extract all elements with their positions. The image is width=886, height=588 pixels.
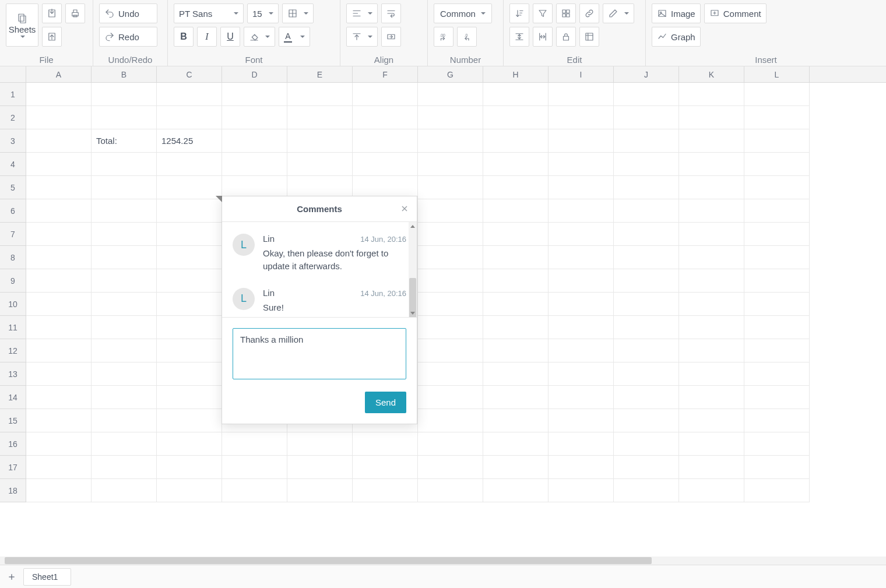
column-header[interactable]: L (744, 66, 810, 82)
cell[interactable] (26, 153, 92, 176)
cell[interactable] (353, 129, 418, 153)
column-header[interactable]: H (483, 66, 549, 82)
column-header[interactable]: J (614, 66, 679, 82)
cell[interactable] (614, 129, 679, 153)
cell[interactable] (483, 176, 549, 199)
column-header[interactable]: G (418, 66, 483, 82)
row-header[interactable]: 17 (0, 456, 26, 479)
selectall-corner[interactable] (0, 66, 26, 83)
cell[interactable] (92, 176, 157, 199)
row-header[interactable]: 6 (0, 199, 26, 223)
cell[interactable] (222, 153, 287, 176)
cell[interactable] (679, 223, 744, 246)
scroll-up-icon[interactable] (409, 222, 417, 230)
cell[interactable] (549, 456, 614, 479)
cell[interactable] (418, 269, 483, 293)
merge-button[interactable] (381, 27, 401, 47)
cell[interactable] (679, 409, 744, 432)
cell[interactable] (744, 129, 810, 153)
cell[interactable] (287, 153, 353, 176)
cell[interactable] (744, 83, 810, 106)
cell[interactable] (222, 432, 287, 456)
increase-decimal-button[interactable]: .00 (434, 27, 453, 47)
cell[interactable] (157, 409, 222, 432)
cell[interactable] (92, 293, 157, 316)
cell[interactable] (744, 223, 810, 246)
row-header[interactable]: 9 (0, 269, 26, 293)
filter-button[interactable] (533, 3, 553, 23)
cell[interactable] (614, 339, 679, 362)
cell[interactable] (418, 362, 483, 386)
horizontal-scrollbar[interactable] (0, 557, 886, 565)
cell[interactable] (744, 269, 810, 293)
cell[interactable] (418, 339, 483, 362)
row-header[interactable]: 14 (0, 386, 26, 409)
cell[interactable] (614, 246, 679, 269)
cell[interactable] (418, 293, 483, 316)
cell[interactable] (26, 432, 92, 456)
cell[interactable] (549, 83, 614, 106)
cell[interactable] (679, 479, 744, 502)
cell[interactable] (614, 432, 679, 456)
cells-area[interactable]: Total:1254.25 (26, 83, 886, 557)
cell[interactable] (157, 386, 222, 409)
cell[interactable] (549, 362, 614, 386)
cell[interactable] (26, 223, 92, 246)
cell[interactable] (353, 106, 418, 129)
row-header[interactable]: 7 (0, 223, 26, 246)
sheet-tab-1[interactable]: Sheet1 (23, 568, 71, 586)
border-button[interactable] (282, 3, 314, 23)
cell[interactable] (744, 246, 810, 269)
cell[interactable] (744, 362, 810, 386)
cell[interactable] (157, 362, 222, 386)
cell[interactable] (26, 269, 92, 293)
cell[interactable] (92, 316, 157, 339)
cell[interactable] (353, 153, 418, 176)
cell[interactable] (353, 456, 418, 479)
cell[interactable] (679, 269, 744, 293)
cell[interactable] (679, 386, 744, 409)
cell[interactable] (26, 129, 92, 153)
cell[interactable] (549, 129, 614, 153)
cell[interactable] (483, 83, 549, 106)
cell[interactable] (549, 339, 614, 362)
cell[interactable] (483, 386, 549, 409)
cell[interactable] (549, 316, 614, 339)
cell[interactable] (483, 456, 549, 479)
cell[interactable] (92, 246, 157, 269)
row-header[interactable]: 10 (0, 293, 26, 316)
cell[interactable] (549, 409, 614, 432)
cell[interactable] (744, 176, 810, 199)
cell[interactable] (287, 456, 353, 479)
redo-button[interactable]: Redo (99, 27, 157, 47)
cell[interactable] (614, 456, 679, 479)
column-header[interactable]: K (679, 66, 744, 82)
cell[interactable] (549, 246, 614, 269)
column-header[interactable]: D (222, 66, 287, 82)
font-name-select[interactable]: PT Sans (174, 3, 244, 23)
cell[interactable] (92, 223, 157, 246)
cell[interactable] (614, 223, 679, 246)
cell[interactable] (614, 479, 679, 502)
cell[interactable] (92, 386, 157, 409)
row-header[interactable]: 18 (0, 479, 26, 502)
cell[interactable] (418, 176, 483, 199)
cell[interactable] (418, 129, 483, 153)
lock-button[interactable] (556, 27, 576, 47)
cell[interactable] (549, 269, 614, 293)
cell[interactable] (92, 153, 157, 176)
cell[interactable] (92, 199, 157, 223)
cell[interactable] (744, 432, 810, 456)
cell[interactable] (92, 106, 157, 129)
cell[interactable] (222, 106, 287, 129)
column-header[interactable]: F (353, 66, 418, 82)
rowheight-button[interactable] (509, 27, 529, 47)
cell[interactable] (157, 316, 222, 339)
spreadsheet-grid[interactable]: ABCDEFGHIJKL 123456789101112131415161718… (0, 66, 886, 557)
cell[interactable] (679, 246, 744, 269)
cell[interactable] (744, 339, 810, 362)
cell[interactable] (353, 432, 418, 456)
cell[interactable] (679, 316, 744, 339)
bold-button[interactable]: B (174, 27, 194, 47)
cell[interactable] (418, 223, 483, 246)
